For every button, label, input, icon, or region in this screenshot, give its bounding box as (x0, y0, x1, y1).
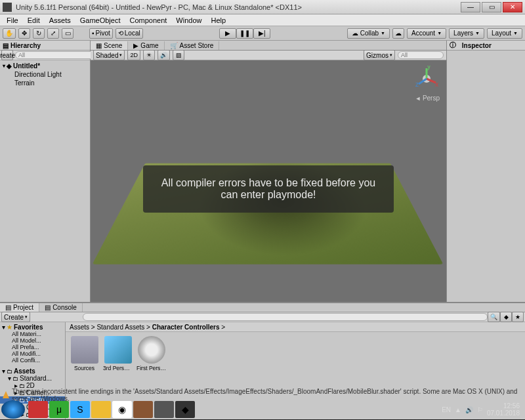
system-tray[interactable]: EN ▲ 🔊 ⚐ 12:56 07.01.2018 (438, 402, 524, 417)
hierarchy-item[interactable]: Directional Light (0, 70, 90, 79)
shading-dropdown[interactable]: Shaded ▾ (93, 50, 125, 60)
breadcrumb-item[interactable]: Assets (70, 324, 89, 331)
menu-file[interactable]: File (3, 16, 22, 25)
game-icon: ▶ (133, 42, 138, 49)
fx-toggle[interactable]: ▨ (173, 50, 184, 60)
console-icon: ▤ (45, 304, 51, 311)
tool-rect[interactable]: ▭ (62, 28, 74, 39)
window-close-button[interactable]: ✕ (503, 2, 522, 12)
cloud-button[interactable]: ☁ (392, 28, 404, 39)
favorite-item[interactable]: All Prefa... (0, 344, 65, 350)
layout-dropdown[interactable]: Layout▼ (487, 28, 522, 39)
taskbar-app-icon[interactable] (28, 401, 48, 418)
store-icon: 🛒 (170, 42, 178, 49)
tab-game[interactable]: ▶Game (128, 41, 164, 50)
audio-toggle[interactable]: 🔊 (158, 50, 170, 60)
hierarchy-tab[interactable]: ▤Hierarchy (0, 41, 90, 51)
filter-icon[interactable]: 🔍 (488, 312, 500, 322)
gizmos-dropdown[interactable]: Gizmos ▾ (364, 50, 395, 60)
taskbar-app-icon[interactable] (91, 401, 111, 418)
taskbar-app-icon[interactable] (154, 401, 174, 418)
menu-component[interactable]: Component (125, 16, 171, 25)
svg-text:x: x (435, 81, 438, 88)
menu-gameobject[interactable]: GameObject (76, 16, 125, 25)
assets-header[interactable]: ▾🗀 Assets (0, 368, 65, 375)
main-toolbar: ✋ ✥ ↻ ⤢ ▭ ▪Pivot ⟲Local ▶ ❚❚ ▶| ☁Collab▼… (0, 26, 525, 41)
project-create-button[interactable]: Create ▾ (1, 312, 30, 322)
scene-panel: ▦Scene ▶Game 🛒Asset Store Shaded ▾ 2D ☀ … (91, 41, 446, 302)
tool-rotate[interactable]: ↻ (33, 28, 45, 39)
favorite-item[interactable]: All Modifi... (0, 350, 65, 357)
menubar: File Edit Assets GameObject Component Wi… (0, 14, 525, 26)
filter-star-icon[interactable]: ★ (512, 312, 524, 322)
project-search-input[interactable] (83, 313, 488, 321)
tool-move[interactable]: ✥ (18, 28, 30, 39)
scene-icon: ▦ (96, 42, 102, 49)
app-icon (3, 3, 12, 12)
inspector-icon: ⓘ (450, 41, 456, 50)
play-button[interactable]: ▶ (219, 28, 236, 39)
orientation-gizmo[interactable]: yxz (413, 66, 440, 92)
tool-scale[interactable]: ⤢ (47, 28, 59, 39)
hierarchy-scene-root[interactable]: ▾◆Untitled* (0, 62, 90, 70)
tab-project[interactable]: ▤Project (0, 303, 39, 312)
favorite-item[interactable]: All Confli... (0, 357, 65, 364)
menu-help[interactable]: Help (207, 16, 230, 25)
svg-text:y: y (427, 66, 430, 70)
pause-button[interactable]: ❚❚ (236, 28, 253, 39)
layers-dropdown[interactable]: Layers▼ (449, 28, 484, 39)
clock[interactable]: 12:56 07.01.2018 (487, 402, 520, 417)
collab-dropdown[interactable]: ☁Collab▼ (347, 28, 390, 39)
filter-type-icon[interactable]: ◆ (500, 312, 512, 322)
hierarchy-create-button[interactable]: Create ▾ (1, 50, 13, 60)
taskbar-unity-icon[interactable]: ◆ (175, 401, 195, 418)
favorites-header[interactable]: ▾★Favorites (0, 324, 65, 331)
menu-edit[interactable]: Edit (24, 16, 44, 25)
tool-hand[interactable]: ✋ (3, 28, 16, 39)
inspector-tab[interactable]: ⓘ Inspector (447, 41, 525, 51)
tray-icon[interactable]: ▲ (455, 406, 461, 413)
window-minimize-button[interactable]: — (461, 2, 480, 12)
status-text: There are inconsistent line endings in t… (12, 388, 522, 402)
flag-icon[interactable]: ⚐ (477, 406, 483, 413)
favorite-item[interactable]: All Model... (0, 337, 65, 344)
unity-icon: ◆ (7, 62, 12, 70)
hierarchy-tree: ▾◆Untitled* Directional Light Terrain (0, 60, 90, 302)
status-bar[interactable]: There are inconsistent line endings in t… (0, 390, 525, 399)
scene-viewport[interactable]: yxz ◄ Persp All compiler errors have to … (91, 60, 446, 302)
taskbar-app-icon[interactable]: μ (49, 401, 69, 418)
taskbar-chrome-icon[interactable]: ◉ (112, 401, 132, 418)
lang-indicator[interactable]: EN (442, 406, 451, 413)
local-icon: ⟲ (118, 30, 123, 37)
window-maximize-button[interactable]: ▭ (482, 2, 501, 12)
taskbar-skype-icon[interactable]: S (70, 401, 90, 418)
hierarchy-search-input[interactable] (15, 51, 95, 59)
2d-toggle[interactable]: 2D (127, 50, 140, 60)
hierarchy-panel: ▤Hierarchy Create ▾ ▾◆Untitled* Directio… (0, 41, 91, 302)
tab-scene[interactable]: ▦Scene (91, 41, 128, 50)
local-toggle[interactable]: ⟲Local (116, 28, 143, 39)
asset-tree-item[interactable]: ▾🗀 Standard... (0, 375, 65, 382)
taskbar-app-icon[interactable] (133, 401, 153, 418)
menu-window[interactable]: Window (172, 16, 205, 25)
compiler-error-overlay: All compiler errors have to be fixed bef… (143, 165, 394, 213)
light-toggle[interactable]: ☀ (143, 50, 155, 60)
menu-assets[interactable]: Assets (45, 16, 75, 25)
scene-search-input[interactable] (398, 51, 444, 59)
tab-console[interactable]: ▤Console (39, 303, 83, 312)
projection-label[interactable]: ◄ Persp (415, 94, 440, 102)
tab-asset-store[interactable]: 🛒Asset Store (165, 41, 220, 50)
account-dropdown[interactable]: Account▼ (407, 28, 446, 39)
window-title: Unity 5.6.1f1 Personal (64bit) - Untitle… (16, 3, 461, 11)
favorite-item[interactable]: All Materi... (0, 331, 65, 337)
breadcrumb-item[interactable]: Standard Assets (96, 324, 144, 331)
hierarchy-item[interactable]: Terrain (0, 79, 90, 87)
svg-text:z: z (415, 81, 419, 88)
volume-icon[interactable]: 🔊 (465, 406, 473, 413)
breadcrumb: Assets > Standard Assets > Character Con… (66, 322, 525, 332)
pivot-toggle[interactable]: ▪Pivot (89, 28, 113, 39)
window-titlebar: Unity 5.6.1f1 Personal (64bit) - Untitle… (0, 0, 525, 14)
hierarchy-icon: ▤ (3, 42, 9, 49)
step-button[interactable]: ▶| (253, 28, 270, 39)
start-button[interactable] (1, 400, 25, 419)
